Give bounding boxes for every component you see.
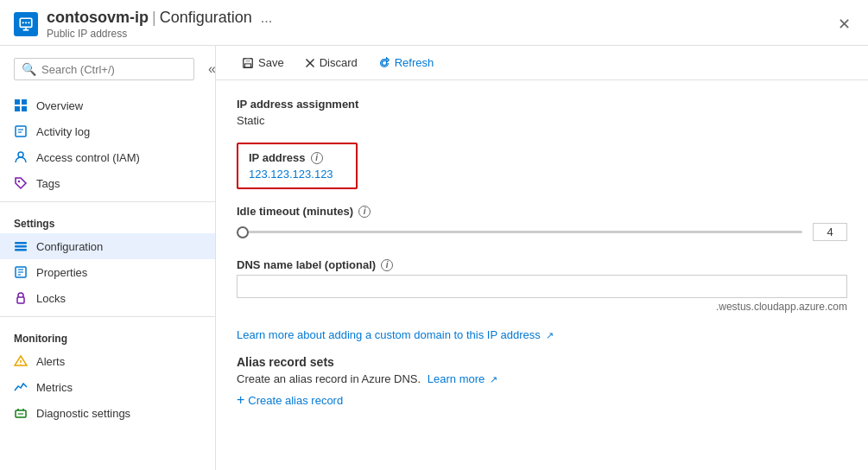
svg-rect-30 xyxy=(245,58,250,61)
svg-rect-15 xyxy=(15,242,27,245)
search-input[interactable] xyxy=(41,63,187,76)
idle-timeout-value: 4 xyxy=(813,223,847,241)
sidebar-item-alerts[interactable]: Alerts xyxy=(0,348,215,374)
ip-address-label: IP address xyxy=(249,151,306,164)
sidebar-item-activity-log[interactable]: Activity log xyxy=(0,118,215,144)
svg-rect-22 xyxy=(17,297,24,303)
dns-name-section: DNS name label (optional) i .westus.clou… xyxy=(237,258,847,313)
dns-name-info-icon[interactable]: i xyxy=(381,259,393,271)
search-box[interactable]: 🔍 xyxy=(14,58,194,80)
ip-assignment-value: Static xyxy=(237,114,847,127)
refresh-icon xyxy=(378,57,390,69)
dns-name-label: DNS name label (optional) xyxy=(237,258,376,271)
external-link-icon: ↗ xyxy=(546,330,554,340)
ip-assignment-label: IP address assignment xyxy=(237,98,847,111)
alerts-icon xyxy=(14,354,28,368)
sidebar-item-access-control[interactable]: Access control (IAM) xyxy=(0,144,215,170)
refresh-button[interactable]: Refresh xyxy=(370,53,443,73)
sidebar-item-metrics[interactable]: Metrics xyxy=(0,374,215,400)
monitoring-section-label: Monitoring xyxy=(0,322,215,348)
dns-suffix: .westus.cloudapp.azure.com xyxy=(237,301,847,313)
save-button[interactable]: Save xyxy=(233,53,293,73)
locks-icon xyxy=(14,291,28,305)
sidebar-item-configuration[interactable]: Configuration xyxy=(0,233,215,259)
idle-timeout-label: Idle timeout (minutes) xyxy=(237,205,353,218)
ip-assignment-section: IP address assignment Static xyxy=(237,98,847,127)
idle-timeout-slider[interactable] xyxy=(237,231,802,233)
idle-timeout-info-icon[interactable]: i xyxy=(358,206,371,218)
sidebar-item-overview[interactable]: Overview xyxy=(0,92,215,118)
diagnostic-settings-icon xyxy=(14,406,28,420)
svg-rect-17 xyxy=(15,249,27,251)
settings-section-label: Settings xyxy=(0,207,215,233)
alias-external-link-icon: ↗ xyxy=(490,374,497,384)
custom-domain-link[interactable]: Learn more about adding a custom domain … xyxy=(237,328,554,341)
sidebar-item-diagnostic-settings[interactable]: Diagnostic settings xyxy=(0,400,215,426)
plus-icon: + xyxy=(237,392,244,408)
search-icon: 🔍 xyxy=(22,62,36,76)
resource-type: Public IP address xyxy=(47,28,272,40)
sidebar-divider-2 xyxy=(0,316,215,317)
discard-button[interactable]: Discard xyxy=(296,53,366,73)
main-content: Save Discard Refresh IP address assignme… xyxy=(216,46,868,470)
ip-address-section: IP address i 123.123.123.123 xyxy=(237,143,847,189)
page-subtitle: Configuration xyxy=(160,9,252,27)
svg-point-4 xyxy=(25,22,27,23)
resource-icon xyxy=(14,12,38,36)
resource-name: contosovm-ip xyxy=(47,9,149,27)
properties-icon xyxy=(14,265,28,279)
alias-desc: Create an alias record in Azure DNS. Lea… xyxy=(237,372,847,385)
svg-rect-6 xyxy=(15,99,20,105)
svg-point-13 xyxy=(18,152,23,157)
toolbar: Save Discard Refresh xyxy=(216,46,868,80)
svg-point-5 xyxy=(28,22,29,23)
svg-point-14 xyxy=(18,181,20,182)
dns-name-input[interactable] xyxy=(237,275,847,298)
sidebar-divider-1 xyxy=(0,201,215,202)
sidebar-item-properties[interactable]: Properties xyxy=(0,259,215,285)
more-options-icon[interactable]: ... xyxy=(261,10,272,26)
alias-section-title: Alias record sets xyxy=(237,355,847,369)
svg-rect-7 xyxy=(22,99,27,105)
close-button[interactable]: ✕ xyxy=(834,11,854,37)
sidebar: 🔍 « Overview Activity log Access control… xyxy=(0,46,216,470)
ip-address-info-icon[interactable]: i xyxy=(311,152,323,164)
idle-timeout-section: Idle timeout (minutes) i 4 xyxy=(237,205,847,241)
header-divider: | xyxy=(152,9,156,27)
overview-icon xyxy=(14,98,28,112)
svg-point-24 xyxy=(20,364,21,365)
page-header: contosovm-ip | Configuration ... Public … xyxy=(0,0,868,46)
configuration-icon xyxy=(14,239,28,253)
configuration-form: IP address assignment Static IP address … xyxy=(216,80,868,425)
svg-point-3 xyxy=(22,22,24,23)
collapse-icon[interactable]: « xyxy=(205,58,216,80)
svg-rect-9 xyxy=(22,106,27,111)
save-icon xyxy=(242,57,254,69)
svg-rect-10 xyxy=(16,126,26,137)
sidebar-item-tags[interactable]: Tags xyxy=(0,170,215,196)
access-control-icon xyxy=(14,150,28,164)
tags-icon xyxy=(14,176,28,190)
svg-rect-16 xyxy=(15,245,27,248)
ip-address-box: IP address i 123.123.123.123 xyxy=(237,143,358,189)
custom-domain-section: Learn more about adding a custom domain … xyxy=(237,328,847,341)
alias-learn-more-link[interactable]: Learn more ↗ xyxy=(428,372,497,385)
sidebar-item-locks[interactable]: Locks xyxy=(0,285,215,311)
idle-timeout-slider-row: 4 xyxy=(237,223,847,241)
create-alias-button[interactable]: + Create alias record xyxy=(237,392,847,408)
alias-section: Alias record sets Create an alias record… xyxy=(237,355,847,408)
discard-icon xyxy=(305,58,315,68)
metrics-icon xyxy=(14,380,28,394)
activity-log-icon xyxy=(14,124,28,138)
svg-rect-8 xyxy=(15,106,20,111)
ip-address-value: 123.123.123.123 xyxy=(249,168,345,181)
